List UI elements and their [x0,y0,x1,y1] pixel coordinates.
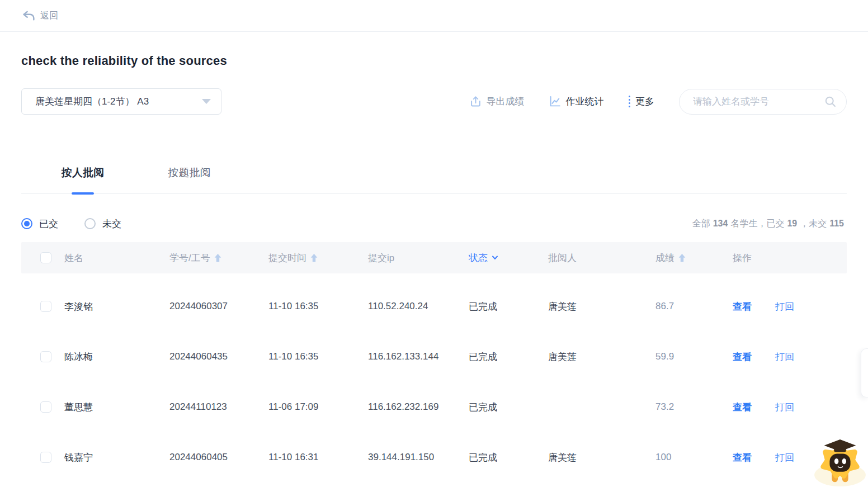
homework-stats-button[interactable]: 作业统计 [549,95,604,108]
submit-filter-radios: 已交 未交 [21,217,121,230]
view-link[interactable]: 查看 [733,300,752,313]
radio-not-submitted-label: 未交 [102,217,121,230]
unsubmitted-count: 115 [829,219,844,228]
upload-icon [470,96,482,107]
tab-review-by-person[interactable]: 按人批阅 [62,165,104,180]
homework-stats-label: 作业统计 [566,95,604,108]
controls-row: 唐美莲星期四（1-2节） A3 导出成绩 作业统计 更多 [21,88,847,115]
student-name: 陈冰梅 [64,351,169,363]
radio-submitted[interactable]: 已交 [21,217,58,230]
header-student-id-sort[interactable]: 学号/工号 [169,252,268,264]
submit-time: 11-10 16:31 [268,452,368,463]
row-checkbox[interactable] [40,452,51,463]
submit-time: 11-10 16:35 [268,301,368,312]
back-label: 返回 [40,10,58,22]
reviewer: 唐美莲 [548,351,655,363]
export-grades-label: 导出成绩 [487,95,525,108]
back-icon [22,11,35,21]
return-link[interactable]: 打回 [775,300,794,313]
submitted-count: 19 [787,219,797,228]
row-checkbox[interactable] [40,401,51,413]
view-link[interactable]: 查看 [733,451,752,464]
status: 已完成 [469,351,548,363]
sort-up-icon [310,254,318,262]
submit-ip: 110.52.240.24 [368,301,469,312]
status: 已完成 [469,300,548,313]
row-checkbox[interactable] [40,351,51,362]
sort-up-icon [214,254,221,262]
header-actions: 操作 [733,252,847,264]
header-reviewer: 批阅人 [548,252,655,264]
view-link[interactable]: 查看 [733,351,752,363]
student-id: 20244060307 [169,301,268,312]
table-row: 李浚铭 20244060307 11-10 16:35 110.52.240.2… [21,281,847,332]
select-all-checkbox[interactable] [40,252,51,263]
total-count: 134 [713,219,728,228]
table-header-row: 姓名 学号/工号 提交时间 提交ip 状态 批阅人 成绩 操作 [21,242,847,273]
table-row: 陈冰梅 20244060435 11-10 16:35 116.162.133.… [21,332,847,382]
radio-submitted-control[interactable] [21,218,32,229]
caret-down-icon [202,99,211,104]
search-input[interactable] [693,96,824,107]
export-grades-button[interactable]: 导出成绩 [470,95,525,108]
submit-time: 11-06 17:09 [268,401,368,413]
table-row: 董思慧 20244110123 11-06 17:09 116.162.232.… [21,382,847,432]
return-link[interactable]: 打回 [775,351,794,363]
sort-up-icon [678,254,686,262]
return-link[interactable]: 打回 [775,451,794,464]
student-id: 20244060435 [169,351,268,362]
review-tabs: 按人批阅 按题批阅 [21,164,847,194]
search-icon[interactable] [824,96,836,107]
table-body: 李浚铭 20244060307 11-10 16:35 110.52.240.2… [21,273,847,482]
radio-not-submitted-control[interactable] [84,218,96,229]
table-row: 钱嘉宁 20244060405 11-10 16:31 39.144.191.1… [21,432,847,482]
header-status-filter[interactable]: 状态 [469,252,548,264]
student-name: 钱嘉宁 [64,451,169,464]
toolbar: 导出成绩 作业统计 更多 [470,89,847,115]
reviewer: 唐美莲 [548,451,655,464]
tab-review-by-question[interactable]: 按题批阅 [168,165,210,180]
score: 73.2 [655,401,733,413]
score: 59.9 [655,351,733,362]
student-id: 20244110123 [169,401,268,413]
assistant-mascot[interactable] [812,438,868,488]
submit-ip: 39.144.191.150 [368,452,469,463]
search-box [679,89,847,115]
topbar: 返回 [0,0,868,32]
radio-submitted-label: 已交 [39,217,58,230]
score: 100 [655,452,733,463]
student-id: 20244060405 [169,452,268,463]
row-checkbox[interactable] [40,301,51,312]
line-chart-icon [549,96,561,107]
submit-ip: 116.162.133.144 [368,351,469,362]
header-name: 姓名 [64,252,169,264]
back-button[interactable]: 返回 [22,10,58,22]
active-tab-indicator [72,192,94,195]
submit-ip: 116.162.232.169 [368,401,469,413]
filter-row: 已交 未交 全部134名学生，已交19，未交115 [21,215,847,232]
chevron-down-icon [492,256,498,260]
class-select-value: 唐美莲星期四（1-2节） A3 [35,95,202,108]
header-submit-time-sort[interactable]: 提交时间 [268,252,368,264]
reviewer: 唐美莲 [548,300,655,313]
status: 已完成 [469,401,548,414]
student-name: 李浚铭 [64,300,169,313]
page-title: check the reliability of the sources [21,54,847,68]
view-link[interactable]: 查看 [733,401,752,414]
students-table: 姓名 学号/工号 提交时间 提交ip 状态 批阅人 成绩 操作 [21,242,847,482]
main-content: check the reliability of the sources 唐美莲… [0,54,868,482]
class-select[interactable]: 唐美莲星期四（1-2节） A3 [21,88,221,115]
more-button[interactable]: 更多 [629,95,655,108]
student-count-summary: 全部134名学生，已交19，未交115 [692,218,847,230]
return-link[interactable]: 打回 [775,401,794,414]
header-submit-ip: 提交ip [368,252,469,264]
more-dots-icon [629,96,631,108]
edge-floating-widget[interactable] [861,348,868,398]
score: 86.7 [655,301,733,312]
student-name: 董思慧 [64,401,169,414]
submit-time: 11-10 16:35 [268,351,368,362]
header-score-sort[interactable]: 成绩 [655,252,733,264]
more-label: 更多 [635,95,654,108]
radio-not-submitted[interactable]: 未交 [84,217,121,230]
mascot-icon [812,438,868,488]
